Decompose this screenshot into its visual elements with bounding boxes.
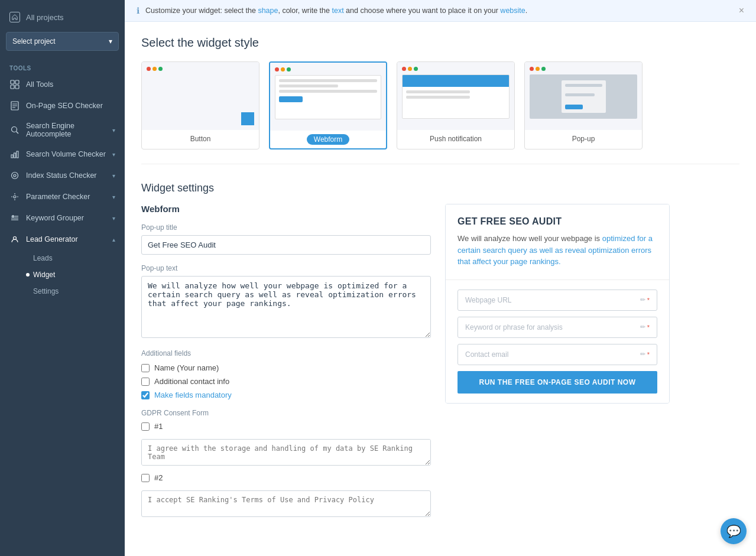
- banner-text: Customize your widget: select the shape,…: [145, 6, 527, 15]
- chevron-icon: ▾: [112, 173, 115, 179]
- banner-link-text[interactable]: text: [332, 6, 343, 15]
- sidebar-item-parameter[interactable]: Parameter Checker ▾: [0, 186, 125, 207]
- widget-card-preview-popup: [525, 62, 642, 130]
- checkbox-mandatory[interactable]: [141, 391, 150, 399]
- project-selector-label: Select project: [12, 37, 56, 45]
- svg-rect-10: [11, 155, 13, 158]
- svg-rect-11: [14, 153, 16, 158]
- sidebar: All projects Select project ▾ TOOLS All …: [0, 0, 125, 556]
- banner-close-button[interactable]: ×: [739, 6, 744, 15]
- all-projects-link[interactable]: All projects: [0, 0, 125, 32]
- edit-icon: ✏ *: [640, 323, 650, 331]
- chevron-down-icon: ▾: [109, 37, 112, 45]
- gdpr-checkbox-2[interactable]: [141, 474, 150, 482]
- gdpr-number-2: #2: [154, 473, 163, 482]
- sidebar-item-search-volume[interactable]: Search Volume Checker ▾: [0, 144, 125, 165]
- dot-green: [158, 67, 163, 71]
- sidebar-sub-leads[interactable]: Leads: [26, 250, 125, 266]
- dot-yellow: [153, 67, 157, 71]
- selected-badge: Webform: [307, 134, 349, 145]
- widget-card-push[interactable]: Push notification: [397, 61, 515, 149]
- checkbox-contact[interactable]: [141, 378, 150, 386]
- chevron-up-icon: ▴: [112, 236, 115, 243]
- additional-fields-label: Additional fields: [141, 349, 431, 357]
- sidebar-item-label: Index Status Checker: [26, 171, 97, 180]
- preview-field-label: Webpage URL: [465, 296, 512, 304]
- settings-form: Webform Pop-up title Pop-up text We will…: [141, 204, 431, 528]
- preview-container: GET FREE SEO AUDIT We will analyze how w…: [445, 204, 670, 404]
- push-preview-element: [402, 74, 510, 119]
- widget-card-popup[interactable]: Pop-up: [524, 61, 643, 149]
- inactive-dot: [26, 256, 30, 260]
- banner-link-website[interactable]: website: [500, 6, 525, 15]
- preview-header: GET FREE SEO AUDIT We will analyze how w…: [446, 204, 669, 279]
- checkbox-mandatory-row: Make fields mandatory: [141, 391, 431, 399]
- gdpr-checkbox-1[interactable]: [141, 422, 150, 431]
- widget-card-preview-button: [142, 62, 259, 130]
- window-dots: [275, 67, 381, 71]
- sidebar-sub-label: Widget: [33, 271, 55, 279]
- preview-panel: GET FREE SEO AUDIT We will analyze how w…: [445, 204, 670, 528]
- widget-card-button[interactable]: Button: [141, 61, 259, 149]
- popup-title-label: Pop-up title: [141, 223, 431, 232]
- svg-point-14: [14, 174, 16, 177]
- dot-green: [287, 67, 291, 71]
- banner-link-shape[interactable]: shape: [258, 6, 278, 15]
- additional-fields-group: Additional fields Name (Your name) Addit…: [141, 349, 431, 399]
- popup-text-textarea[interactable]: We will analyze how well your webpage is…: [141, 276, 431, 338]
- gdpr-row-2: #2: [141, 473, 431, 482]
- lead-generator-subnav: Leads Widget Settings: [0, 250, 125, 300]
- chevron-icon: ▾: [112, 194, 115, 200]
- user-icon: [9, 234, 20, 245]
- preview-field-url: Webpage URL ✏ *: [458, 290, 657, 311]
- svg-point-13: [12, 173, 18, 179]
- sidebar-sub-settings[interactable]: Settings: [26, 283, 125, 300]
- popup-title-group: Pop-up title: [141, 223, 431, 255]
- widget-card-webform[interactable]: Webform: [269, 61, 387, 149]
- required-marker: *: [647, 351, 650, 358]
- dot-yellow: [408, 67, 412, 71]
- sidebar-item-keyword-grouper[interactable]: Keyword Grouper ▾: [0, 207, 125, 229]
- window-dots: [530, 67, 637, 71]
- search-icon: [9, 125, 20, 135]
- widget-card-preview-webform: [270, 63, 386, 131]
- checkbox-name-row: Name (Your name): [141, 363, 431, 372]
- sidebar-item-on-page-seo[interactable]: On-Page SEO Checker: [0, 95, 125, 116]
- all-projects-label: All projects: [26, 13, 64, 22]
- tools-section-label: TOOLS: [0, 60, 125, 74]
- page-icon: [9, 100, 20, 111]
- sidebar-item-all-tools[interactable]: All Tools: [0, 74, 125, 95]
- popup-preview-element: [530, 74, 637, 119]
- gdpr-textarea-2[interactable]: [141, 490, 431, 517]
- chat-button[interactable]: 💬: [721, 518, 747, 544]
- home-icon: [9, 12, 20, 22]
- webform-subsection-title: Webform: [141, 204, 431, 214]
- sidebar-item-lead-generator[interactable]: Lead Generator ▴: [0, 229, 125, 250]
- widget-card-label: Webform: [270, 131, 386, 148]
- main-content: ℹ Customize your widget: select the shap…: [125, 0, 756, 556]
- preview-cta-button[interactable]: RUN THE FREE ON-PAGE SEO AUDIT NOW: [458, 371, 657, 394]
- checkbox-name-label: Name (Your name): [154, 363, 219, 372]
- chart-icon: [9, 149, 20, 160]
- checkbox-name[interactable]: [141, 364, 150, 372]
- preview-field-keyword: Keyword or phrase for analysis ✏ *: [458, 317, 657, 338]
- sidebar-item-index-status[interactable]: Index Status Checker ▾: [0, 165, 125, 186]
- sidebar-sub-widget[interactable]: Widget: [26, 266, 125, 283]
- project-selector[interactable]: Select project ▾: [6, 32, 119, 51]
- popup-text-group: Pop-up text We will analyze how well you…: [141, 264, 431, 340]
- svg-point-15: [14, 196, 16, 198]
- widget-settings-title: Widget settings: [141, 182, 739, 194]
- dot-red: [402, 67, 406, 71]
- preview-title: GET FREE SEO AUDIT: [458, 216, 657, 227]
- content-area: Select the widget style Button: [125, 22, 756, 542]
- dot-red: [275, 67, 279, 71]
- required-marker: *: [647, 297, 650, 304]
- window-dots: [147, 67, 254, 71]
- sidebar-item-label: Lead Generator: [26, 235, 78, 243]
- preview-link: optimized for a certain search query as …: [458, 234, 653, 266]
- sidebar-item-search-engine[interactable]: Search Engine Autocomplete ▾: [0, 116, 125, 144]
- svg-point-8: [12, 127, 17, 132]
- gdpr-textarea-1[interactable]: [141, 439, 431, 466]
- webform-preview-element: [275, 75, 381, 119]
- popup-title-input[interactable]: [141, 235, 431, 255]
